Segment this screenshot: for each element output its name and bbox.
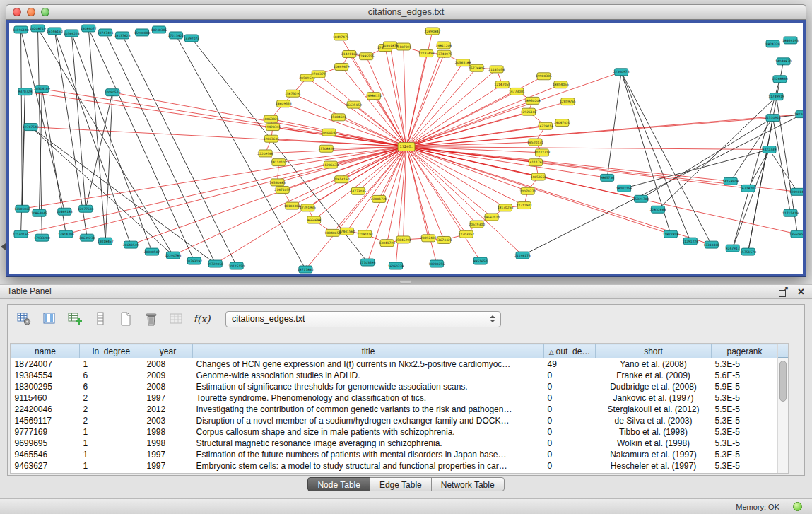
table-cell[interactable]: 5.3E-5 bbox=[712, 438, 778, 449]
table-cell[interactable]: Genome-wide association studies in ADHD. bbox=[193, 370, 544, 381]
network-node[interactable]: 17703594 bbox=[360, 259, 376, 266]
network-node[interactable]: 12303767 bbox=[458, 230, 474, 238]
network-node[interactable]: 22712971 bbox=[516, 202, 532, 209]
table-cell[interactable]: Nakamura et al. (1997) bbox=[596, 449, 712, 460]
network-node[interactable]: 13914399 bbox=[58, 230, 74, 238]
table-source-combobox[interactable]: citations_edges.txt bbox=[225, 311, 501, 327]
table-cell[interactable]: 6 bbox=[80, 370, 143, 381]
network-node[interactable]: 22001728 bbox=[371, 195, 387, 202]
network-node[interactable]: 16060338 bbox=[388, 262, 404, 269]
table-cell[interactable]: 9699695 bbox=[11, 438, 80, 449]
table-cell[interactable]: Jankovic et al. (1997) bbox=[596, 392, 712, 404]
network-node[interactable]: 14048870 bbox=[775, 58, 792, 65]
network-node[interactable]: 10400142 bbox=[321, 129, 337, 136]
network-node[interactable]: 10649479 bbox=[334, 63, 350, 70]
network-node[interactable]: 18063824 bbox=[263, 115, 279, 122]
network-node[interactable]: 14111762 bbox=[528, 159, 544, 166]
network-node[interactable]: 9322739 bbox=[763, 146, 777, 153]
network-node[interactable]: 14560683 bbox=[269, 179, 286, 186]
network-hub-node[interactable]: 17240.. bbox=[398, 143, 415, 151]
network-node[interactable]: 19980385 bbox=[536, 73, 552, 80]
network-node[interactable]: 13748975 bbox=[436, 50, 452, 57]
table-cell[interactable]: 5.3E-5 bbox=[712, 358, 778, 370]
float-panel-button[interactable]: ↗ bbox=[779, 288, 788, 297]
column-header-in_degree[interactable]: in_degree bbox=[80, 344, 143, 358]
network-node[interactable]: 12890147 bbox=[789, 188, 803, 195]
table-cell[interactable]: 5.3E-5 bbox=[712, 415, 778, 426]
network-node[interactable]: 21471059 bbox=[274, 186, 290, 193]
network-node[interactable]: 13674421 bbox=[436, 236, 452, 243]
table-cell[interactable]: 5.9E-5 bbox=[712, 381, 778, 392]
table-cell[interactable]: de Silva et al. (2003) bbox=[596, 415, 712, 426]
network-node[interactable]: 12926102 bbox=[521, 108, 537, 115]
table-cell[interactable]: 0 bbox=[544, 370, 596, 381]
network-node[interactable]: 18280256 bbox=[429, 260, 445, 267]
network-node[interactable]: 22340973 bbox=[613, 69, 630, 76]
network-node[interactable]: 14986151 bbox=[366, 93, 382, 100]
table-cell[interactable]: 5.3E-5 bbox=[712, 426, 778, 438]
column-header-short[interactable]: short bbox=[596, 344, 712, 358]
table-cell[interactable]: 1997 bbox=[143, 392, 193, 404]
table-cell[interactable]: 0 bbox=[544, 426, 596, 438]
network-node[interactable]: 12290784 bbox=[165, 252, 182, 259]
table-row[interactable]: 2242004622012Investigating the contribut… bbox=[11, 404, 778, 415]
table-cell[interactable]: 49 bbox=[544, 358, 596, 370]
network-node[interactable]: 21877858 bbox=[663, 230, 679, 238]
zoom-window-button[interactable] bbox=[41, 8, 49, 16]
tab-network-table[interactable]: Network Table bbox=[431, 477, 505, 491]
table-cell[interactable]: Hescheler et al. (1997) bbox=[596, 460, 712, 472]
scrollbar-thumb[interactable] bbox=[779, 361, 787, 402]
table-cell[interactable]: 14569117 bbox=[11, 415, 80, 426]
network-node[interactable]: 12147055 bbox=[494, 81, 510, 88]
table-row[interactable]: 977716911998Corpus callosum shape and si… bbox=[11, 426, 778, 438]
table-cell[interactable]: 1 bbox=[80, 449, 143, 460]
table-cell[interactable]: Disruption of a novel member of a sodium… bbox=[193, 415, 544, 426]
network-node[interactable]: 14158908 bbox=[722, 177, 739, 185]
network-node[interactable]: 22209566 bbox=[257, 150, 273, 157]
network-node[interactable]: 18950208 bbox=[524, 97, 541, 104]
network-node[interactable]: 9664698 bbox=[307, 216, 321, 223]
table-cell[interactable]: 18300295 bbox=[11, 381, 80, 392]
table-row[interactable]: 1830029562008Estimation of significance … bbox=[11, 381, 778, 392]
network-node[interactable]: 18464193 bbox=[782, 37, 799, 44]
network-node[interactable]: 18840655 bbox=[324, 229, 341, 236]
network-node[interactable]: 10469183 bbox=[57, 208, 73, 215]
table-cell[interactable]: 22420046 bbox=[11, 404, 80, 415]
network-node[interactable]: 14110102 bbox=[271, 159, 287, 166]
close-panel-button[interactable]: × bbox=[798, 285, 804, 299]
column-header-title[interactable]: title bbox=[193, 344, 544, 358]
table-cell[interactable]: 0 bbox=[544, 392, 596, 404]
network-node[interactable]: 20639230 bbox=[79, 234, 95, 241]
network-node[interactable]: 22654160 bbox=[334, 176, 350, 183]
network-node[interactable]: 13084077 bbox=[81, 25, 97, 32]
network-node[interactable]: 19787549 bbox=[23, 124, 39, 131]
table-cell[interactable]: Changes of HCN gene expression and I(f) … bbox=[193, 358, 544, 370]
network-node[interactable]: 20732713 bbox=[534, 149, 551, 156]
table-cell[interactable]: 2003 bbox=[143, 415, 193, 426]
network-node[interactable]: 17933288 bbox=[34, 234, 50, 241]
delete-table-button[interactable] bbox=[141, 309, 161, 329]
network-node[interactable]: 15900880 bbox=[134, 29, 151, 36]
network-node[interactable]: 10208719 bbox=[30, 25, 46, 32]
network-node[interactable]: 22832864 bbox=[650, 206, 666, 213]
network-node[interactable]: 13397073 bbox=[183, 35, 199, 42]
table-mode-button[interactable] bbox=[13, 309, 34, 329]
network-node[interactable]: 12859765 bbox=[560, 98, 576, 105]
network-node[interactable]: 12237493 bbox=[418, 50, 435, 57]
table-cell[interactable]: 9463627 bbox=[11, 460, 80, 472]
network-node[interactable]: 15268844 bbox=[772, 76, 788, 83]
table-row[interactable]: 946554611997Estimation of the future num… bbox=[11, 449, 778, 460]
network-node[interactable]: 13101062 bbox=[14, 205, 30, 212]
network-node[interactable]: 16635159 bbox=[346, 101, 362, 108]
network-node[interactable]: 21421163 bbox=[341, 51, 358, 58]
table-row[interactable]: 946362711997Embryonic stem cells: a mode… bbox=[11, 460, 778, 472]
table-cell[interactable]: 0 bbox=[544, 381, 596, 392]
table-cell[interactable]: 6 bbox=[80, 381, 143, 392]
function-builder-button[interactable]: f(x) bbox=[192, 309, 212, 329]
network-node[interactable]: 10497471 bbox=[333, 33, 349, 40]
network-node[interactable]: 19420345 bbox=[265, 124, 281, 131]
minimize-window-button[interactable] bbox=[27, 8, 35, 16]
table-cell[interactable]: 1997 bbox=[143, 449, 193, 460]
network-node[interactable]: 9700372 bbox=[312, 71, 326, 78]
table-cell[interactable]: 1997 bbox=[143, 460, 193, 472]
